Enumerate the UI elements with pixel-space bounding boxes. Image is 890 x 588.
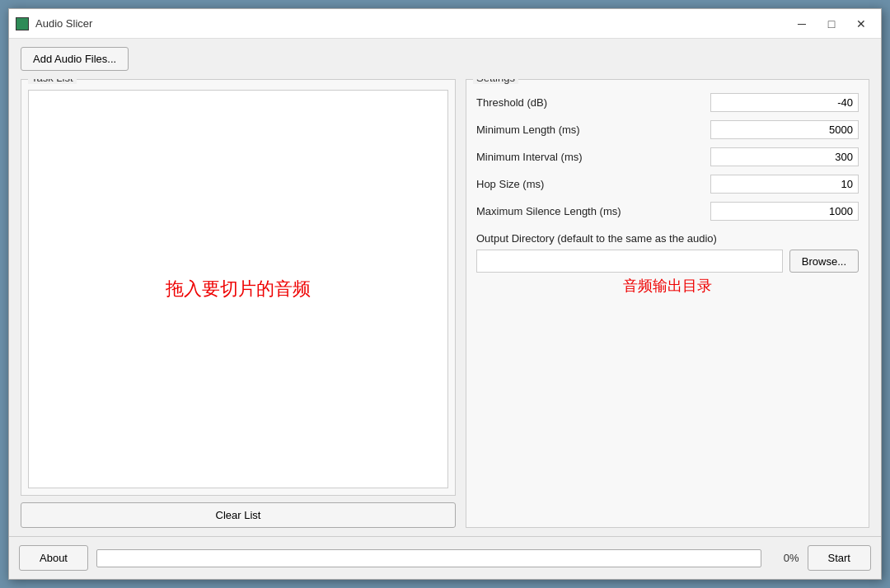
title-bar-controls: ─ □ ✕ xyxy=(789,14,874,34)
right-panel: Settings Threshold (dB) Minimum Length (… xyxy=(466,79,869,528)
progress-bar-container xyxy=(96,549,761,567)
max-silence-input[interactable] xyxy=(710,202,859,221)
hop-size-label: Hop Size (ms) xyxy=(476,178,544,190)
min-interval-input[interactable] xyxy=(710,147,859,166)
add-audio-files-button[interactable]: Add Audio Files... xyxy=(21,47,129,71)
threshold-label: Threshold (dB) xyxy=(476,96,547,109)
output-dir-label: Output Directory (default to the same as… xyxy=(476,232,859,245)
panels: Task List 拖入要切片的音频 Clear List Settings T… xyxy=(21,79,869,528)
left-panel: Task List 拖入要切片的音频 Clear List xyxy=(21,79,456,528)
output-dir-row: Browse... xyxy=(476,250,859,273)
clear-list-button[interactable]: Clear List xyxy=(21,502,456,528)
minimize-button[interactable]: ─ xyxy=(789,14,815,34)
close-button[interactable]: ✕ xyxy=(848,14,874,34)
window-title: Audio Slicer xyxy=(35,17,789,30)
browse-button[interactable]: Browse... xyxy=(789,250,859,273)
setting-row-max-silence: Maximum Silence Length (ms) xyxy=(476,202,859,221)
output-dir-section: Output Directory (default to the same as… xyxy=(476,232,859,296)
title-bar: Audio Slicer ─ □ ✕ xyxy=(9,9,881,39)
about-button[interactable]: About xyxy=(19,545,88,571)
task-list-legend: Task List xyxy=(28,79,77,84)
setting-row-min-interval: Minimum Interval (ms) xyxy=(476,147,859,166)
start-button[interactable]: Start xyxy=(808,545,871,571)
task-list-placeholder: 拖入要切片的音频 xyxy=(166,277,311,301)
settings-legend: Settings xyxy=(473,79,518,84)
progress-percentage: 0% xyxy=(770,552,799,564)
hop-size-input[interactable] xyxy=(710,175,859,194)
bottom-bar: About 0% Start xyxy=(9,536,881,579)
setting-row-hop-size: Hop Size (ms) xyxy=(476,175,859,194)
output-dir-hint: 音频输出目录 xyxy=(476,276,859,296)
app-icon xyxy=(16,17,29,30)
setting-row-min-length: Minimum Length (ms) xyxy=(476,120,859,139)
output-dir-input[interactable] xyxy=(476,250,783,273)
min-length-label: Minimum Length (ms) xyxy=(476,124,580,136)
settings-rows: Threshold (dB) Minimum Length (ms) Minim… xyxy=(476,93,859,221)
main-content: Add Audio Files... Task List 拖入要切片的音频 Cl… xyxy=(9,39,881,536)
threshold-input[interactable] xyxy=(710,93,859,112)
max-silence-label: Maximum Silence Length (ms) xyxy=(476,205,621,217)
settings-group: Settings Threshold (dB) Minimum Length (… xyxy=(466,79,869,528)
task-list-group: Task List 拖入要切片的音频 xyxy=(21,79,456,496)
min-interval-label: Minimum Interval (ms) xyxy=(476,151,583,163)
task-list-drop-area[interactable]: 拖入要切片的音频 xyxy=(28,90,448,488)
setting-row-threshold: Threshold (dB) xyxy=(476,93,859,112)
app-window: Audio Slicer ─ □ ✕ Add Audio Files... Ta… xyxy=(8,8,882,580)
maximize-button[interactable]: □ xyxy=(818,14,845,34)
min-length-input[interactable] xyxy=(710,120,859,139)
